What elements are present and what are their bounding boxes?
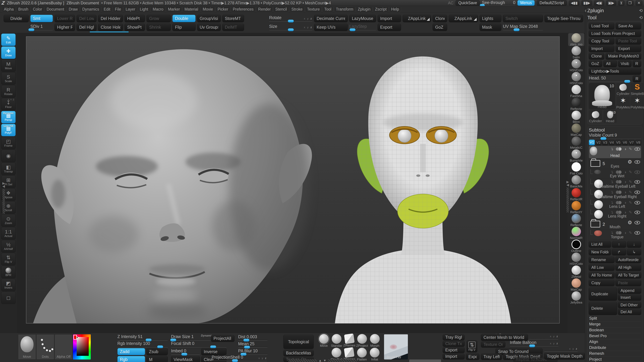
collapse-tray-icon[interactable]: ‹ bbox=[585, 7, 586, 13]
toggle-mask-depth-button-2[interactable]: Toggle Mask Depth bbox=[544, 353, 585, 360]
menus-toggle-button[interactable]: Menus bbox=[518, 0, 535, 6]
export-button[interactable]: Export bbox=[378, 23, 401, 31]
polypaint-icon[interactable] bbox=[616, 231, 619, 234]
mask-button[interactable]: Mask bbox=[480, 23, 501, 31]
tool-thumb-cylinder[interactable]: Cylinder bbox=[616, 83, 630, 96]
material-hsvcolo[interactable]: HSVColo bbox=[568, 72, 584, 85]
hidept-button[interactable]: HidePt bbox=[124, 15, 145, 22]
z-intensity-slider[interactable]: Z Intensity 51 bbox=[118, 334, 168, 340]
del-lower-button[interactable]: Del Lower bbox=[77, 15, 96, 22]
flip-arrow-icon[interactable]: ↴ bbox=[610, 201, 614, 205]
projectall-button-bottom[interactable]: ProjectAll bbox=[211, 335, 234, 342]
material-normalr[interactable]: NormalR bbox=[568, 227, 584, 240]
close-icon[interactable]: ✕ bbox=[636, 0, 642, 5]
material-bumpvie[interactable]: BumpVie bbox=[568, 149, 584, 162]
tool-thumb-head[interactable]: 10Head bbox=[589, 83, 615, 109]
visibility-eye-icon[interactable] bbox=[634, 170, 640, 174]
quicksave-button[interactable]: QuickSave bbox=[456, 0, 480, 6]
section-project[interactable]: Project bbox=[589, 357, 641, 362]
material-reflectr[interactable]: ReflectR bbox=[568, 188, 584, 201]
import-button[interactable]: Import bbox=[378, 15, 401, 22]
tool-thumb-polymes[interactable]: ✶PolyMes bbox=[630, 96, 644, 109]
menu-help[interactable]: Help bbox=[389, 6, 401, 12]
tab-v5[interactable]: V5 bbox=[615, 140, 621, 145]
del-other-button[interactable]: Del Other bbox=[618, 302, 641, 308]
menu-alpha[interactable]: Alpha bbox=[2, 6, 16, 12]
projection-shell-slider[interactable]: ProjectionShell 0x y z bbox=[212, 355, 267, 361]
menu-dynamics[interactable]: Dynamics bbox=[80, 6, 101, 12]
material-satin[interactable]: Satin bbox=[568, 46, 584, 59]
current-color-swatch[interactable] bbox=[74, 335, 77, 340]
del-hidden-button[interactable]: Del Hidden bbox=[98, 15, 123, 22]
showpt-button[interactable]: ShowPt bbox=[124, 23, 145, 31]
unlabeled-xyz-slider[interactable]: x y z bbox=[544, 348, 578, 352]
brush-icon[interactable]: ✎ bbox=[629, 201, 632, 205]
pa-blur-slider[interactable]: PA Blur 10 bbox=[238, 349, 268, 355]
tool-rotate[interactable]: RRotate bbox=[1, 85, 16, 97]
tab-v4[interactable]: V4 bbox=[609, 140, 615, 145]
slider-thumb[interactable] bbox=[350, 28, 356, 31]
imbed-slider[interactable]: Imbed 0 bbox=[171, 348, 200, 355]
menu-stencil[interactable]: Stencil bbox=[273, 6, 289, 12]
quickbrush-inflat[interactable]: Inflat bbox=[368, 348, 381, 361]
polypaint-icon[interactable] bbox=[616, 201, 619, 204]
new-folder-button[interactable]: New Folder bbox=[589, 249, 611, 255]
quickbrush-morph[interactable]: Morph bbox=[369, 334, 381, 348]
uv-half-icon[interactable]: ◑ bbox=[624, 170, 626, 174]
decimate-current-button[interactable]: Decimate Current bbox=[314, 15, 348, 22]
zplugin-reset-icon[interactable]: ⟲ bbox=[639, 8, 643, 13]
uv-half-icon[interactable]: ◑ bbox=[624, 231, 626, 235]
menu-file[interactable]: File bbox=[113, 6, 123, 12]
menu-layer[interactable]: Layer bbox=[124, 6, 137, 12]
visibility-eye-icon[interactable] bbox=[634, 211, 640, 214]
subtool-item-lens-left[interactable]: ↴◑✎Lens Left bbox=[593, 200, 641, 209]
all-high-button[interactable]: All High bbox=[616, 264, 641, 271]
minimize-icon[interactable]: ⊻ bbox=[618, 0, 624, 5]
inverse-button[interactable]: Inverse bbox=[201, 348, 226, 355]
tool-thumb-head[interactable]: 10Head bbox=[604, 110, 617, 123]
material-blinn[interactable]: Blinn bbox=[568, 111, 584, 123]
brush-icon[interactable]: ✎ bbox=[629, 170, 632, 174]
dist-slider-bottom[interactable]: Dist 0.003 bbox=[238, 335, 268, 341]
tab-v1[interactable]: V1 bbox=[589, 140, 595, 145]
slider-track[interactable] bbox=[269, 21, 312, 21]
quickbrush-flatten[interactable]: Flatten bbox=[356, 348, 368, 361]
all-low-button[interactable]: All Low bbox=[589, 264, 614, 271]
tab-v8[interactable]: V8 bbox=[635, 140, 641, 145]
visibility-eye-icon[interactable] bbox=[634, 201, 640, 204]
brush-icon[interactable]: ✎ bbox=[629, 180, 632, 184]
tool-actual-size[interactable]: 1:1Actual bbox=[1, 227, 16, 240]
slider-thumb[interactable] bbox=[28, 28, 34, 31]
slider-track[interactable] bbox=[212, 360, 267, 361]
subtool-item-realtime-eyeball-right[interactable]: ↴◑✎Realtime Eyeball Right bbox=[593, 189, 641, 200]
texture-on-button-2[interactable]: Texture On bbox=[481, 341, 505, 348]
tool-reset-icon[interactable]: ⟲ bbox=[639, 15, 643, 20]
m-button[interactable]: M bbox=[146, 356, 168, 362]
save-as-button[interactable]: Save As bbox=[616, 23, 641, 29]
quickbrush-zproject[interactable]: ZProject bbox=[356, 334, 368, 348]
brush-icon[interactable]: ✎ bbox=[629, 190, 632, 194]
slider-thumb[interactable] bbox=[288, 28, 294, 31]
left-tray-handle[interactable]: ▶◀ bbox=[2, 182, 5, 214]
tray-left-icon[interactable]: ◀▣ bbox=[594, 0, 604, 5]
visibility-eye-icon[interactable] bbox=[634, 147, 640, 151]
section-boolean[interactable]: Boolean bbox=[589, 327, 641, 333]
tool-thumb-simpleb[interactable]: SSimpleB bbox=[630, 83, 644, 96]
tool-camera[interactable]: ◉ bbox=[1, 150, 16, 162]
slider-track[interactable] bbox=[118, 347, 168, 347]
material-outline[interactable]: Outline bbox=[568, 240, 584, 253]
keep-uvs-button[interactable]: Keep UVs bbox=[314, 23, 348, 31]
tool-transparency[interactable]: ◧Transp bbox=[1, 163, 16, 175]
tool-thumb-cylinder[interactable]: Cylinder bbox=[589, 110, 602, 123]
slider-thumb[interactable] bbox=[232, 359, 238, 362]
sv-square[interactable] bbox=[77, 337, 89, 356]
document-viewport[interactable] bbox=[26, 36, 560, 324]
head-resolution-slider[interactable]: Head. 50 bbox=[589, 75, 632, 82]
scroll-up-icon[interactable]: ▲ bbox=[319, 359, 322, 362]
all-to-home-button[interactable]: All To Home bbox=[589, 272, 614, 278]
slider-track[interactable] bbox=[544, 351, 578, 352]
tool-thumb-polymes[interactable]: ✶PolyMes bbox=[616, 96, 630, 109]
material-zbro-mo[interactable]: zbro_mo bbox=[568, 33, 584, 46]
see-through-slider[interactable]: See-through0 bbox=[482, 0, 515, 5]
groupvisible-button[interactable]: GroupVisible bbox=[197, 15, 221, 22]
